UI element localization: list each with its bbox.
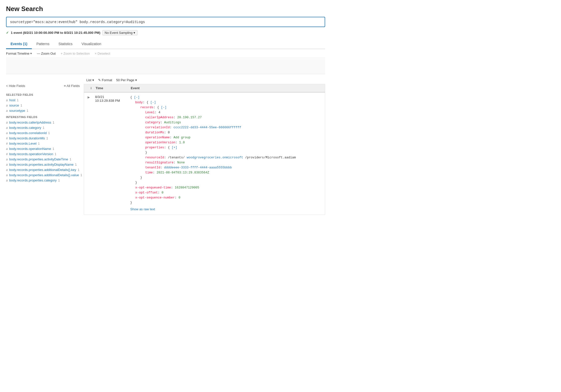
- field-source-link[interactable]: source: [9, 104, 19, 107]
- hide-fields-button[interactable]: < Hide Fields: [6, 84, 25, 88]
- format-button[interactable]: ✎ Format: [98, 78, 112, 82]
- col-header-time: Time: [96, 86, 131, 90]
- field-props-category-link[interactable]: body.records.properties.category: [9, 178, 57, 182]
- field-operationname: a body.records.operationName 1: [6, 147, 80, 151]
- list-toolbar: List ▾ ✎ Format 50 Per Page ▾: [86, 76, 325, 84]
- list-dropdown-button[interactable]: List ▾: [86, 78, 94, 82]
- timeline-toolbar: Format Timeline ▾ — Zoom Out + Zoom to S…: [6, 49, 325, 58]
- field-sourcetype: a sourcetype 1: [6, 109, 80, 113]
- search-input[interactable]: [10, 20, 321, 24]
- json-durationms: durationMs: 0: [130, 130, 323, 135]
- tab-statistics[interactable]: Statistics: [54, 39, 77, 49]
- row-date: 8/3/21: [95, 95, 126, 99]
- json-operationversion: operationVersion: 1.0: [130, 140, 323, 145]
- json-collapse-body[interactable]: [-]: [150, 101, 156, 104]
- interesting-fields-title: INTERESTING FIELDS: [6, 116, 80, 119]
- format-timeline-button[interactable]: Format Timeline ▾: [6, 52, 32, 55]
- json-correlationid: correlationId: cccc2222-dd33-4444-55ee-6…: [130, 125, 323, 130]
- json-expand-properties[interactable]: [+]: [172, 146, 177, 149]
- json-category: category: AuditLogs: [130, 120, 323, 125]
- field-additionaldetails-value-link[interactable]: body.records.properties.additionalDetail…: [9, 173, 79, 177]
- timeline-area: [6, 59, 325, 74]
- json-resourceid: resourceId: /tenants/ woodgrovegroceries…: [130, 155, 323, 160]
- row-event-content: { [-] body: { [-] records: { [-] Level: …: [128, 92, 325, 215]
- json-xopt-seqnum: x-opt-sequence-number: 0: [130, 195, 323, 200]
- search-bar-container: [6, 17, 325, 27]
- main-content: < Hide Fields ≡ All Fields SELECTED FIEL…: [6, 84, 325, 215]
- field-operationversion-link[interactable]: body.records.operationVersion: [9, 152, 53, 156]
- result-info: ✓ 1 event (8/2/21 10:00:00.000 PM to 8/3…: [6, 30, 325, 35]
- per-page-chevron-icon: ▾: [135, 78, 137, 82]
- selected-fields-title: SELECTED FIELDS: [6, 93, 80, 96]
- row-clock: 10:13:29.838 PM: [95, 99, 126, 103]
- field-activitydatetime: a body.records.properties.activityDateTi…: [6, 157, 80, 161]
- tab-events[interactable]: Events (1): [6, 39, 32, 49]
- json-body-key: body: { [-]: [130, 100, 323, 105]
- field-additionaldetails-key-link[interactable]: body.records.properties.additionalDetail…: [9, 168, 76, 172]
- json-properties: properties: { [+]: [130, 145, 323, 150]
- field-activitydatetime-link[interactable]: body.records.properties.activityDateTime: [9, 157, 68, 161]
- col-header-i: i: [87, 86, 96, 90]
- field-correlationid: a body.records.correlationId 1: [6, 131, 80, 135]
- field-durationms-link[interactable]: body.records.durationMs: [9, 136, 45, 140]
- page-title: New Search: [6, 5, 325, 13]
- field-category-link[interactable]: body.records.category: [9, 126, 41, 130]
- sidebar: < Hide Fields ≡ All Fields SELECTED FIEL…: [6, 84, 84, 215]
- field-source: a source 1: [6, 104, 80, 107]
- tab-visualization[interactable]: Visualization: [77, 39, 106, 49]
- format-timeline-chevron: ▾: [30, 52, 32, 55]
- json-line-open: { [-]: [130, 95, 323, 100]
- json-body-inner-close: }: [130, 175, 323, 180]
- field-additionaldetails-key: a body.records.properties.additionalDeta…: [6, 168, 80, 172]
- field-operationversion: # body.records.operationVersion 1: [6, 152, 80, 156]
- zoom-out-button[interactable]: — Zoom Out: [37, 52, 55, 55]
- all-fields-button[interactable]: ≡ All Fields: [64, 84, 80, 88]
- list-chevron-icon: ▾: [92, 78, 94, 82]
- deselect-button[interactable]: × Deselect: [95, 52, 110, 55]
- json-resultsig: resultSignature: None: [130, 160, 323, 165]
- selected-fields-list: a host 1 a source 1 a sourcetype 1: [6, 98, 80, 113]
- field-sourcetype-link[interactable]: sourcetype: [9, 109, 25, 113]
- json-collapse-records[interactable]: [-]: [161, 106, 167, 109]
- field-callerip-link[interactable]: body.records.callerIpAddress: [9, 121, 51, 124]
- tabs: Events (1) Patterns Statistics Visualiza…: [6, 39, 325, 49]
- event-sampling-dropdown[interactable]: No Event Sampling ▾: [102, 30, 137, 35]
- result-count: 1 event (8/2/21 10:00:00.000 PM to 8/3/2…: [11, 31, 100, 35]
- field-host-link[interactable]: host: [9, 98, 16, 102]
- result-check-icon: ✓: [6, 31, 9, 35]
- events-table: i Time Event ▶ 8/3/21 10:13:29.838 PM { …: [84, 84, 325, 215]
- json-body-close: }: [130, 180, 323, 185]
- field-activitydisplayname-link[interactable]: body.records.properties.activityDisplayN…: [9, 163, 74, 166]
- field-props-category: a body.records.properties.category 1: [6, 178, 80, 182]
- row-time: 8/3/21 10:13:29.838 PM: [93, 92, 128, 215]
- interesting-fields-list: a body.records.callerIpAddress 1 a body.…: [6, 121, 80, 182]
- zoom-to-selection-button[interactable]: + Zoom to Selection: [61, 52, 90, 55]
- json-xopt-enqueued: x-opt-enqueued-time: 1628047129005: [130, 185, 323, 190]
- col-header-event: Event: [131, 86, 322, 90]
- field-host: a host 1: [6, 98, 80, 102]
- table-row: ▶ 8/3/21 10:13:29.838 PM { [-] body: { […: [84, 92, 325, 215]
- json-operationname: operationName: Add group: [130, 135, 323, 140]
- field-correlationid-link[interactable]: body.records.correlationId: [9, 131, 47, 135]
- field-category: a body.records.category 1: [6, 126, 80, 130]
- json-resourceid-link[interactable]: woodgrovegroceries.onmicrosoft: [187, 156, 243, 159]
- per-page-dropdown[interactable]: 50 Per Page ▾: [116, 78, 137, 82]
- table-header: i Time Event: [84, 84, 325, 92]
- json-records-key: records: { [-]: [130, 105, 323, 110]
- json-records-close: }: [130, 150, 323, 155]
- field-activitydisplayname: a body.records.properties.activityDispla…: [6, 163, 80, 166]
- field-durationms: # body.records.durationMs 1: [6, 136, 80, 140]
- field-additionaldetails-value: a body.records.properties.additionalDeta…: [6, 173, 80, 177]
- field-level-link[interactable]: body.records.Level: [9, 142, 37, 145]
- json-xopt-offset: x-opt-offset: 0: [130, 190, 323, 195]
- json-time: time: 2021-08-04T03:13:29.8383564Z: [130, 170, 323, 175]
- tab-patterns[interactable]: Patterns: [32, 39, 54, 49]
- row-expand-button[interactable]: ▶: [84, 92, 93, 215]
- sidebar-header: < Hide Fields ≡ All Fields: [6, 84, 80, 90]
- json-collapse-root[interactable]: [-]: [134, 96, 140, 99]
- json-level: Level: 4: [130, 110, 323, 115]
- json-tenantid: tenantId: ddddeeee-3333-ffff-4444-aaaa55…: [130, 165, 323, 170]
- json-root-close: }: [130, 200, 323, 205]
- field-operationname-link[interactable]: body.records.operationName: [9, 147, 51, 151]
- show-raw-text-link[interactable]: Show as raw text: [130, 207, 155, 212]
